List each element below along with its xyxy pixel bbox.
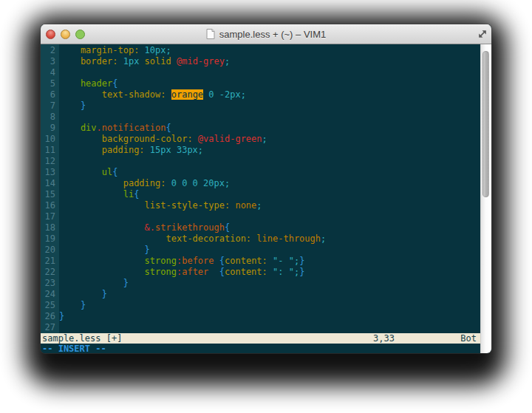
insert-mode-indicator: -- INSERT -- [42, 344, 106, 353]
code-line[interactable]: 25 } [41, 300, 480, 311]
code-line[interactable]: 18 &.strikethrough{ [41, 222, 480, 233]
code-text: text-shadow: orange 0 -2px; [59, 89, 480, 100]
line-number: 2 [41, 45, 59, 56]
code-line[interactable]: 26} [41, 311, 480, 322]
status-cursor-position: 3,33 [373, 333, 395, 344]
code-text [59, 67, 480, 78]
vim-window: sample.less + (~) – VIM1 2 margin-top: 1… [41, 24, 491, 353]
code-line[interactable]: 14 padding: 0 0 0 20px; [41, 178, 480, 189]
document-icon [206, 29, 215, 39]
code-text: border: 1px solid @mid-grey; [59, 56, 480, 67]
line-number: 25 [41, 300, 59, 311]
code-line[interactable]: 4 [41, 67, 480, 78]
line-number: 24 [41, 289, 59, 300]
line-number: 23 [41, 278, 59, 289]
code-text [59, 112, 480, 123]
code-text: } [59, 278, 480, 289]
line-number: 27 [41, 322, 59, 333]
code-text: &.strikethrough{ [59, 222, 480, 233]
code-text: div.notification{ [59, 123, 480, 134]
fullscreen-button[interactable] [477, 29, 488, 39]
editor-column: 2 margin-top: 10px;3 border: 1px solid @… [41, 44, 480, 353]
line-number: 18 [41, 222, 59, 233]
code-line[interactable]: 17 [41, 211, 480, 222]
line-number: 22 [41, 267, 59, 278]
code-text: text-decoration: line-through; [59, 233, 480, 245]
code-area[interactable]: 2 margin-top: 10px;3 border: 1px solid @… [41, 44, 480, 333]
code-text: } [59, 245, 480, 256]
scrollbar-track[interactable] [480, 44, 491, 353]
code-text: } [59, 289, 480, 300]
code-text: padding: 15px 33px; [59, 145, 480, 156]
code-line[interactable]: 5 header{ [41, 78, 480, 89]
line-number: 9 [41, 123, 59, 134]
code-line[interactable]: 9 div.notification{ [41, 123, 480, 134]
title-bar[interactable]: sample.less + (~) – VIM1 [41, 24, 491, 44]
code-line[interactable]: 16 list-style-type: none; [41, 200, 480, 211]
line-number: 17 [41, 211, 59, 222]
line-number: 14 [41, 178, 59, 189]
line-number: 26 [41, 311, 59, 322]
code-text: } [59, 300, 480, 311]
line-number: 12 [41, 156, 59, 167]
code-line[interactable]: 23 } [41, 278, 480, 289]
line-number: 10 [41, 134, 59, 145]
code-line[interactable]: 11 padding: 15px 33px; [41, 145, 480, 156]
line-number: 16 [41, 200, 59, 211]
code-text: list-style-type: none; [59, 200, 480, 211]
code-line[interactable]: 15 li{ [41, 189, 480, 200]
code-line[interactable]: 19 text-decoration: line-through; [41, 233, 480, 245]
fullscreen-arrows-icon [477, 29, 488, 39]
code-text: padding: 0 0 0 20px; [59, 178, 480, 189]
code-line[interactable]: 10 background-color: @valid-green; [41, 134, 480, 145]
line-number: 7 [41, 100, 59, 112]
line-number: 11 [41, 145, 59, 156]
line-number: 3 [41, 56, 59, 67]
window-title: sample.less + (~) – VIM1 [219, 29, 327, 40]
line-number: 13 [41, 167, 59, 178]
code-line[interactable]: 12 [41, 156, 480, 167]
line-number: 6 [41, 89, 59, 100]
vim-command-line: -- INSERT -- [41, 344, 480, 353]
code-text: margin-top: 10px; [59, 45, 480, 56]
vim-status-bar: sample.less [+] 3,33 Bot [41, 333, 480, 344]
code-text: li{ [59, 189, 480, 200]
code-line[interactable]: 21 strong:before {content: "- ";} [41, 256, 480, 267]
status-file-name: sample.less [+] [42, 333, 122, 344]
code-text [59, 156, 480, 167]
code-text: header{ [59, 78, 480, 89]
code-text: } [59, 311, 480, 322]
title-area: sample.less + (~) – VIM1 [41, 24, 491, 44]
code-text: strong:after {content: ": ";} [59, 267, 480, 278]
code-line[interactable]: 20 } [41, 245, 480, 256]
search-highlight: orange [171, 89, 203, 100]
code-line[interactable]: 7 } [41, 100, 480, 112]
status-scroll-position: Bot [460, 333, 477, 344]
window-content: 2 margin-top: 10px;3 border: 1px solid @… [41, 44, 491, 353]
code-text: background-color: @valid-green; [59, 134, 480, 145]
code-text: strong:before {content: "- ";} [59, 256, 480, 267]
code-text [59, 211, 480, 222]
code-text [59, 322, 480, 333]
line-number: 15 [41, 189, 59, 200]
line-number: 4 [41, 67, 59, 78]
code-line[interactable]: 3 border: 1px solid @mid-grey; [41, 56, 480, 67]
code-line[interactable]: 13 ul{ [41, 167, 480, 178]
code-line[interactable]: 8 [41, 112, 480, 123]
line-number: 5 [41, 78, 59, 89]
line-number: 19 [41, 233, 59, 245]
code-line[interactable]: 24 } [41, 289, 480, 300]
line-number: 21 [41, 256, 59, 267]
code-text: } [59, 100, 480, 112]
line-number: 8 [41, 112, 59, 123]
code-line[interactable]: 22 strong:after {content: ": ";} [41, 267, 480, 278]
code-line[interactable]: 2 margin-top: 10px; [41, 45, 480, 56]
code-line[interactable]: 27 [41, 322, 480, 333]
code-text: ul{ [59, 167, 480, 178]
scrollbar-thumb[interactable] [482, 51, 489, 197]
line-number: 20 [41, 245, 59, 256]
code-line[interactable]: 6 text-shadow: orange 0 -2px; [41, 89, 480, 100]
